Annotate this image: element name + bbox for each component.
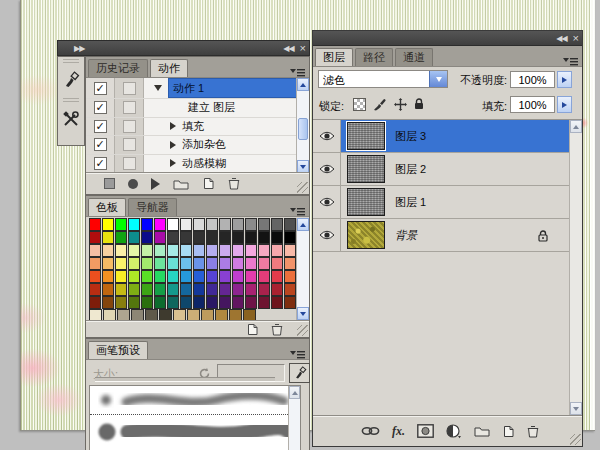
swatch[interactable] — [128, 296, 140, 309]
layer-style-icon[interactable]: fx. — [392, 424, 405, 439]
swatch[interactable] — [102, 283, 114, 296]
lock-paint-icon[interactable] — [373, 97, 387, 111]
scroll-up-icon[interactable] — [297, 78, 309, 91]
swatch[interactable] — [206, 244, 218, 257]
swatch[interactable] — [180, 257, 192, 270]
fill-spinner-icon[interactable] — [557, 96, 572, 113]
swatch[interactable] — [154, 244, 166, 257]
swatch[interactable] — [141, 244, 153, 257]
panel-menu-icon[interactable] — [290, 63, 305, 72]
brush-size-slider[interactable] — [95, 377, 275, 382]
swatch[interactable] — [167, 257, 179, 270]
tab-actions[interactable]: 动作 — [150, 59, 188, 77]
swatch[interactable] — [271, 257, 283, 270]
swatch[interactable] — [245, 296, 257, 309]
layer-thumbnail[interactable] — [347, 188, 385, 216]
swatch[interactable] — [284, 218, 296, 231]
swatch[interactable] — [180, 270, 192, 283]
swatch[interactable] — [271, 270, 283, 283]
dialog-toggle-checkbox[interactable] — [123, 101, 136, 114]
layer-name[interactable]: 背景 — [395, 228, 417, 243]
swatch[interactable] — [193, 283, 205, 296]
action-step-label[interactable]: 建立 图层 — [188, 100, 235, 115]
layer-row[interactable]: 图层 3 — [313, 120, 582, 153]
swatch[interactable] — [245, 231, 257, 244]
swatch[interactable] — [232, 283, 244, 296]
swatch[interactable] — [206, 296, 218, 309]
tab-paths[interactable]: 路径 — [355, 48, 393, 66]
layers-scrollbar[interactable] — [569, 120, 582, 415]
swatch[interactable] — [167, 270, 179, 283]
swatch[interactable] — [154, 270, 166, 283]
adjustment-layer-icon[interactable] — [446, 424, 462, 439]
swatch[interactable] — [141, 257, 153, 270]
scroll-down-icon[interactable] — [570, 402, 582, 415]
lock-transparency-icon[interactable] — [353, 98, 366, 111]
swatch[interactable] — [193, 218, 205, 231]
action-row[interactable]: ✓ 动作 1 — [86, 78, 309, 99]
swatch[interactable] — [232, 257, 244, 270]
swatch[interactable] — [206, 257, 218, 270]
action-checkbox-on[interactable]: ✓ — [94, 157, 107, 170]
swatch[interactable] — [232, 244, 244, 257]
swatch[interactable] — [141, 218, 153, 231]
swatch[interactable] — [284, 270, 296, 283]
swatch[interactable] — [206, 231, 218, 244]
actions-scrollbar[interactable] — [296, 78, 309, 173]
scroll-thumb[interactable] — [298, 118, 308, 140]
swatch[interactable] — [128, 257, 140, 270]
swatch[interactable] — [271, 218, 283, 231]
swatch[interactable] — [167, 218, 179, 231]
collapsed-triangle-icon[interactable] — [170, 159, 176, 167]
swatch[interactable] — [102, 257, 114, 270]
swatch[interactable] — [219, 270, 231, 283]
swatch[interactable] — [89, 270, 101, 283]
dialog-toggle-checkbox[interactable] — [123, 157, 136, 170]
swatch[interactable] — [115, 283, 127, 296]
lock-all-icon[interactable] — [414, 98, 424, 110]
layer-row[interactable]: 背景 — [313, 219, 582, 252]
swatch[interactable] — [284, 257, 296, 270]
layer-name[interactable]: 图层 3 — [395, 129, 426, 144]
layer-thumbnail[interactable] — [347, 122, 385, 150]
panel-menu-icon[interactable] — [290, 345, 305, 354]
swatch[interactable] — [206, 270, 218, 283]
swatches-scrollbar[interactable] — [296, 218, 309, 320]
action-row[interactable]: ✓ 添加杂色 — [86, 136, 309, 155]
blend-mode-select[interactable]: 滤色 — [318, 70, 448, 88]
swatch[interactable] — [219, 244, 231, 257]
swatch[interactable] — [89, 218, 101, 231]
layer-thumbnail[interactable] — [347, 221, 385, 249]
swatch[interactable] — [115, 257, 127, 270]
swatch[interactable] — [219, 296, 231, 309]
panel-menu-icon[interactable] — [290, 202, 305, 211]
dialog-toggle-checkbox[interactable] — [123, 82, 136, 95]
swatch[interactable] — [193, 231, 205, 244]
opacity-spinner-icon[interactable] — [557, 71, 572, 88]
new-layer-icon[interactable] — [502, 425, 515, 438]
action-checkbox-on[interactable]: ✓ — [94, 82, 107, 95]
action-row[interactable]: ✓ 建立 图层 — [86, 99, 309, 118]
swatch[interactable] — [154, 296, 166, 309]
swatch[interactable] — [245, 283, 257, 296]
swatch[interactable] — [128, 218, 140, 231]
swatch[interactable] — [258, 218, 270, 231]
swatch[interactable] — [102, 244, 114, 257]
swatch[interactable] — [89, 231, 101, 244]
layer-thumbnail[interactable] — [347, 155, 385, 183]
visibility-cell[interactable] — [313, 120, 341, 152]
new-group-icon[interactable] — [474, 425, 490, 437]
layer-name[interactable]: 图层 2 — [395, 162, 426, 177]
lock-position-icon[interactable] — [394, 98, 407, 111]
swatch[interactable] — [193, 270, 205, 283]
fill-value[interactable]: 100% — [510, 96, 555, 113]
swatch[interactable] — [141, 231, 153, 244]
tab-navigator[interactable]: 导航器 — [128, 198, 177, 216]
swatch[interactable] — [180, 283, 192, 296]
swatch[interactable] — [284, 296, 296, 309]
swatch[interactable] — [141, 296, 153, 309]
swatch[interactable] — [232, 296, 244, 309]
swatch[interactable] — [167, 244, 179, 257]
brush-tip-button[interactable] — [289, 363, 310, 383]
swatch[interactable] — [141, 283, 153, 296]
